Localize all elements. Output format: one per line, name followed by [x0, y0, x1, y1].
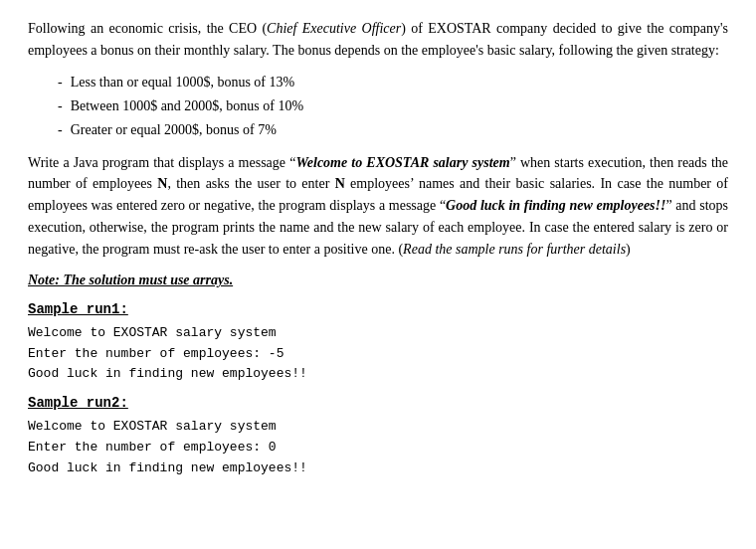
n2: N — [335, 176, 345, 191]
sample-run2-line-3: Good luck in finding new employees!! — [28, 458, 728, 479]
sample-run1-code: Welcome to EXOSTAR salary system Enter t… — [28, 323, 728, 385]
main-p6: ) — [626, 242, 631, 257]
main-p3: , then asks the user to enter — [167, 176, 334, 191]
good-luck-msg: Good luck in finding new employees!! — [446, 198, 665, 213]
main-paragraph: Write a Java program that displays a mes… — [28, 152, 728, 260]
ceo-label: Chief Executive Officer — [267, 21, 401, 36]
intro-text-before-ceo: Following an economic crisis, the CEO ( — [28, 21, 267, 36]
bullet-item-3: Greater or equal 2000$, bonus of 7% — [58, 118, 728, 142]
n1: N — [157, 176, 167, 191]
sample-run1-line-3: Good luck in finding new employees!! — [28, 364, 728, 385]
bullet-list: Less than or equal 1000$, bonus of 13% B… — [58, 71, 728, 141]
read-sample: Read the sample runs for further details — [403, 242, 626, 257]
bullet-item-1: Less than or equal 1000$, bonus of 13% — [58, 71, 728, 94]
welcome-msg: Welcome to EXOSTAR salary system — [295, 155, 509, 170]
sample-run2-line-1: Welcome to EXOSTAR salary system — [28, 417, 728, 438]
sample-run1-line-2: Enter the number of employees: -5 — [28, 344, 728, 365]
sample-run1-line-1: Welcome to EXOSTAR salary system — [28, 323, 728, 344]
main-p1: Write a Java program that displays a mes… — [28, 155, 295, 170]
sample-run2-line-2: Enter the number of employees: 0 — [28, 438, 728, 458]
note-line: Note: The solution must use arrays. — [28, 270, 728, 291]
sample-run2-code: Welcome to EXOSTAR salary system Enter t… — [28, 417, 728, 478]
bullet-item-2: Between 1000$ and 2000$, bonus of 10% — [58, 94, 728, 118]
page-container: Following an economic crisis, the CEO (C… — [0, 0, 756, 549]
sample-run1-heading: Sample run1: — [28, 301, 728, 317]
intro-paragraph: Following an economic crisis, the CEO (C… — [28, 18, 728, 61]
sample-run2-heading: Sample run2: — [28, 395, 728, 411]
